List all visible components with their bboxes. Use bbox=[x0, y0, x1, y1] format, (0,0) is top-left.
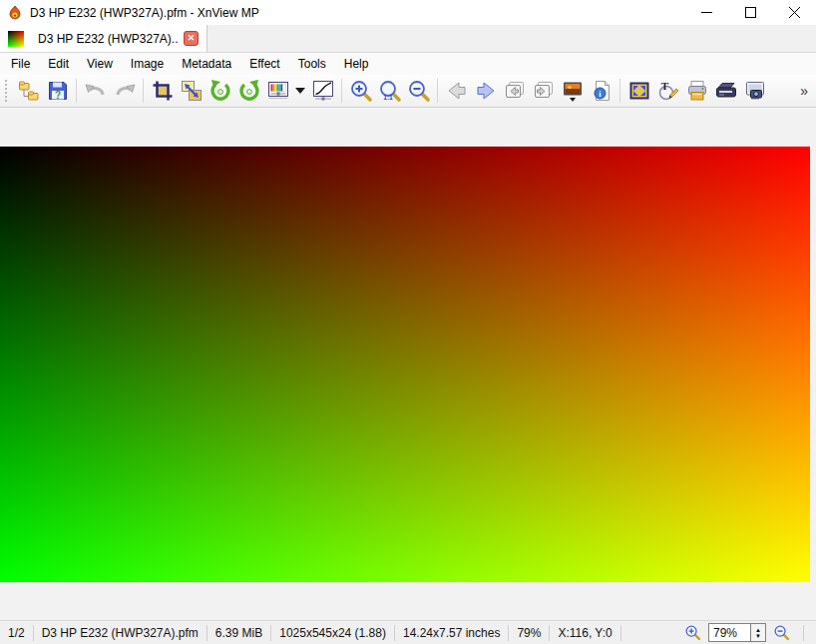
zoom-out-button[interactable] bbox=[404, 77, 433, 105]
resize-icon bbox=[180, 79, 204, 103]
adjust-colors-dropdown-caret[interactable] bbox=[295, 87, 305, 95]
rotate-left-icon bbox=[208, 79, 232, 103]
browse-button[interactable] bbox=[14, 77, 43, 105]
toolbar: ? bbox=[0, 75, 816, 108]
tab-close-button[interactable]: ✕ bbox=[184, 31, 199, 46]
zoom-actual-size-icon: 1:1 bbox=[378, 79, 402, 103]
adjust-colors-button[interactable] bbox=[263, 77, 292, 105]
next-image-icon bbox=[474, 79, 498, 103]
next-page-button[interactable] bbox=[529, 77, 558, 105]
svg-text:T: T bbox=[660, 80, 668, 92]
next-image-button[interactable] bbox=[471, 77, 500, 105]
toolbar-separator bbox=[437, 79, 438, 103]
tab-label: D3 HP E232 (HWP327A)... bbox=[38, 32, 178, 46]
fullscreen-button[interactable] bbox=[624, 77, 653, 105]
svg-text:?: ? bbox=[54, 90, 60, 101]
crop-icon bbox=[151, 79, 175, 103]
adjust-colors-icon bbox=[266, 79, 290, 103]
resize-button[interactable] bbox=[177, 77, 205, 105]
previous-image-icon bbox=[445, 79, 469, 103]
status-cursor-position: X:116, Y:0 bbox=[550, 625, 620, 641]
fullscreen-icon bbox=[627, 79, 651, 103]
info-icon: i bbox=[590, 79, 613, 103]
title-bar: D3 HP E232 (HWP327A).pfm - XnView MP bbox=[0, 0, 816, 25]
spinner-down-icon[interactable]: ▼ bbox=[755, 633, 761, 639]
text-draw-button[interactable]: T bbox=[653, 77, 682, 105]
zoom-level-value: 79% bbox=[709, 626, 750, 640]
close-button[interactable] bbox=[772, 0, 816, 25]
text-draw-icon: T bbox=[656, 79, 680, 103]
previous-page-button[interactable] bbox=[500, 77, 529, 105]
next-page-icon bbox=[532, 79, 556, 103]
menu-view[interactable]: View bbox=[78, 54, 122, 74]
slideshow-icon bbox=[561, 79, 585, 103]
scan-button[interactable] bbox=[711, 77, 740, 105]
undo-button[interactable] bbox=[81, 77, 110, 105]
minimize-button[interactable] bbox=[684, 0, 728, 25]
previous-image-button[interactable] bbox=[442, 77, 471, 105]
toolbar-separator bbox=[619, 79, 620, 103]
status-filesize: 6.39 MiB bbox=[207, 625, 271, 641]
save-icon: ? bbox=[46, 79, 70, 103]
slideshow-button[interactable] bbox=[558, 77, 587, 105]
undo-icon bbox=[84, 79, 108, 103]
menu-effect[interactable]: Effect bbox=[240, 54, 288, 74]
image-canvas[interactable] bbox=[0, 147, 810, 582]
rotate-right-icon bbox=[237, 79, 261, 103]
status-dimensions: 1025x545x24 (1.88) bbox=[271, 625, 395, 641]
status-bar: 1/2 D3 HP E232 (HWP327A).pfm 6.39 MiB 10… bbox=[0, 620, 816, 644]
menu-edit[interactable]: Edit bbox=[39, 54, 78, 74]
status-end-separator bbox=[803, 625, 804, 641]
window-controls bbox=[684, 0, 816, 25]
zoom-out-icon bbox=[407, 79, 431, 103]
zoom-level-field[interactable]: 79% ▲ ▼ bbox=[708, 623, 766, 642]
print-button[interactable] bbox=[682, 77, 711, 105]
menu-bar: File Edit View Image Metadata Effect Too… bbox=[0, 53, 816, 75]
window-title: D3 HP E232 (HWP327A).pfm - XnView MP bbox=[30, 6, 259, 20]
close-icon bbox=[789, 7, 800, 18]
status-page-index: 1/2 bbox=[0, 625, 34, 641]
status-zoom-percent: 79% bbox=[509, 625, 550, 641]
toolbar-separator bbox=[143, 79, 144, 103]
print-icon bbox=[685, 79, 709, 103]
curves-icon bbox=[311, 79, 335, 103]
app-icon bbox=[7, 5, 23, 21]
zoom-spinner[interactable]: ▲ ▼ bbox=[750, 624, 765, 641]
crop-button[interactable] bbox=[148, 77, 177, 105]
curves-button[interactable] bbox=[308, 77, 337, 105]
zoom-actual-size-button[interactable]: 1:1 bbox=[375, 77, 404, 105]
svg-text:1:1: 1:1 bbox=[383, 94, 393, 101]
toolbar-separator bbox=[341, 79, 342, 103]
image-viewport bbox=[0, 108, 816, 620]
redo-button[interactable] bbox=[110, 77, 139, 105]
toolbar-grip[interactable] bbox=[5, 80, 9, 102]
zoom-in-button[interactable] bbox=[346, 77, 375, 105]
maximize-button[interactable] bbox=[728, 0, 772, 25]
maximize-icon bbox=[745, 7, 756, 18]
info-button[interactable]: i bbox=[587, 77, 615, 105]
previous-page-icon bbox=[503, 79, 527, 103]
tab-active[interactable]: D3 HP E232 (HWP327A)... ✕ bbox=[0, 25, 207, 52]
rotate-right-button[interactable] bbox=[234, 77, 263, 105]
browse-icon bbox=[17, 79, 41, 103]
zoom-in-icon[interactable] bbox=[684, 624, 701, 641]
tab-thumbnail bbox=[8, 31, 24, 47]
zoom-out-icon[interactable] bbox=[773, 624, 790, 641]
zoom-in-icon bbox=[349, 79, 373, 103]
menu-metadata[interactable]: Metadata bbox=[173, 54, 240, 74]
screen-capture-icon bbox=[743, 79, 767, 103]
menu-help[interactable]: Help bbox=[335, 54, 378, 74]
menu-file[interactable]: File bbox=[2, 54, 39, 74]
redo-icon bbox=[113, 79, 137, 103]
status-print-size: 14.24x7.57 inches bbox=[395, 625, 509, 641]
scan-icon bbox=[714, 79, 738, 103]
rotate-left-button[interactable] bbox=[205, 77, 234, 105]
toolbar-separator bbox=[76, 79, 77, 103]
save-button[interactable]: ? bbox=[43, 77, 72, 105]
menu-tools[interactable]: Tools bbox=[289, 54, 335, 74]
menu-image[interactable]: Image bbox=[122, 54, 173, 74]
screen-capture-button[interactable] bbox=[740, 77, 769, 105]
tab-bar: D3 HP E232 (HWP327A)... ✕ bbox=[0, 25, 816, 53]
status-filename: D3 HP E232 (HWP327A).pfm bbox=[34, 625, 207, 641]
toolbar-overflow-button[interactable]: » bbox=[800, 83, 812, 99]
